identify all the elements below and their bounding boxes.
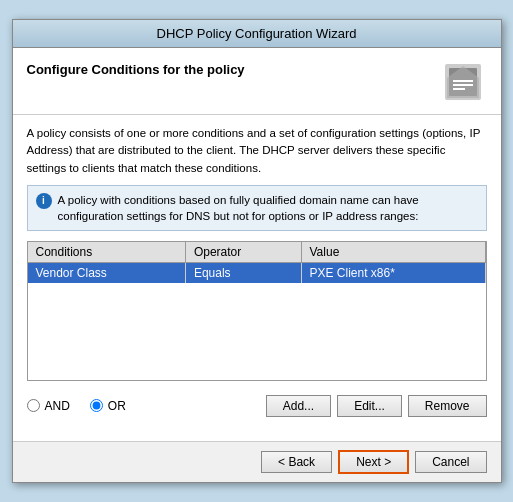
radio-and-text: AND <box>45 399 70 413</box>
policy-icon <box>439 58 487 106</box>
section-title: Configure Conditions for the policy <box>27 58 245 77</box>
radio-or-text: OR <box>108 399 126 413</box>
wizard-window: DHCP Policy Configuration Wizard Configu… <box>12 19 502 483</box>
info-note: A policy with conditions based on fully … <box>58 192 478 224</box>
conditions-table: Conditions Operator Value Vendor Class E… <box>28 242 486 283</box>
section-header: Configure Conditions for the policy <box>13 48 501 115</box>
radio-or[interactable] <box>90 399 103 412</box>
action-buttons: Add... Edit... Remove <box>266 395 487 417</box>
edit-button[interactable]: Edit... <box>337 395 402 417</box>
col-conditions: Conditions <box>28 242 186 263</box>
radio-or-label[interactable]: OR <box>90 399 126 413</box>
radio-and-label[interactable]: AND <box>27 399 70 413</box>
remove-button[interactable]: Remove <box>408 395 487 417</box>
info-icon: i <box>36 193 52 209</box>
cell-condition: Vendor Class <box>28 262 186 283</box>
svg-rect-5 <box>453 88 465 90</box>
window-title: DHCP Policy Configuration Wizard <box>157 26 357 41</box>
next-button[interactable]: Next > <box>338 450 409 474</box>
title-bar: DHCP Policy Configuration Wizard <box>13 20 501 48</box>
table-row[interactable]: Vendor Class Equals PXE Client x86* <box>28 262 486 283</box>
svg-rect-3 <box>453 80 473 82</box>
cell-value: PXE Client x86* <box>301 262 485 283</box>
back-button[interactable]: < Back <box>261 451 332 473</box>
footer: < Back Next > Cancel <box>13 441 501 482</box>
radio-and[interactable] <box>27 399 40 412</box>
wizard-body: Configure Conditions for the policy A po… <box>13 48 501 441</box>
content-area: A policy consists of one or more conditi… <box>13 115 501 441</box>
col-operator: Operator <box>185 242 301 263</box>
info-box: i A policy with conditions based on full… <box>27 185 487 231</box>
table-header-row: Conditions Operator Value <box>28 242 486 263</box>
cell-operator: Equals <box>185 262 301 283</box>
conditions-table-container: Conditions Operator Value Vendor Class E… <box>27 241 487 381</box>
svg-rect-4 <box>453 84 473 86</box>
cancel-button[interactable]: Cancel <box>415 451 486 473</box>
col-value: Value <box>301 242 485 263</box>
description-text: A policy consists of one or more conditi… <box>27 125 487 177</box>
add-button[interactable]: Add... <box>266 395 331 417</box>
logic-radio-group: AND OR Add... Edit... Remove <box>27 391 487 421</box>
